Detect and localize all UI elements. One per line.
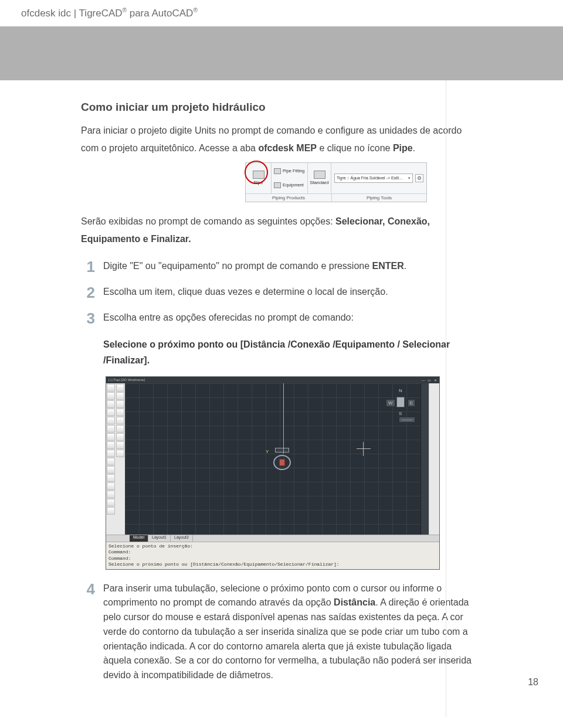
compass-center-icon [396,397,405,407]
tool-icon[interactable] [107,433,115,441]
ribbon-fitting-equipment: Pipe Fitting Equipment [272,163,308,193]
step-1: 1 Digite "E" ou "equipamento" no prompt … [81,259,474,274]
after-ribbon-paragraph: Serão exibidas no prompt de comando as s… [81,213,474,249]
tool-icon[interactable] [107,482,115,490]
tool-icon[interactable] [116,450,124,457]
cmd-prompt-line: Selecione o próximo ponto ou [Distância/… [108,562,437,567]
ribbon-screenshot: Pipe Pipe Fitting Equipment Standard Tig… [245,162,427,202]
axis-y-label: Y [266,449,269,454]
ribbon-group-label-tools: Piping Tools [332,194,426,202]
cmd-history-line: Selecione o ponto de inserção: [108,543,437,549]
step-3: 3 Escolha entre as opções oferecidas no … [81,311,474,326]
section-title: Como iniciar um projeto hidráulico [81,101,534,114]
pipe-fitting-icon [274,168,281,174]
command-line[interactable]: Selecione o ponto de inserção: Command: … [106,542,439,569]
maximize-icon[interactable]: ▭ [428,379,431,382]
view-cube[interactable]: N S W E [386,388,415,416]
red-highlight-circle-icon [245,161,268,184]
left-toolbar-2 [116,383,125,535]
tab-layout1[interactable]: Layout1 [148,535,171,542]
prompt-options-bold: Selecione o próximo ponto ou [Distância … [103,336,490,368]
pipe-system-dropdown[interactable]: Tigre :: Água Fria Soldável -> Estil… [334,174,413,183]
step-4: 4 Para inserir uma tubulação, selecione … [81,581,474,683]
tool-icon[interactable] [107,441,115,449]
fixture-body-icon [275,448,289,453]
step-text: Digite "E" ou "equipamento" no prompt de… [103,259,474,274]
tab-model[interactable]: Model [130,535,148,542]
page-number: 18 [528,677,538,688]
autocad-screenshot: [-] [Top] [2D Wireframe] — ▭ ✕ Y [106,376,440,570]
tool-icon[interactable] [116,417,124,424]
compass-label: ——— [399,417,415,422]
close-icon[interactable]: ✕ [434,379,437,382]
step-number: 3 [81,311,95,326]
tool-icon[interactable] [107,450,115,457]
compass-n: N [399,388,402,393]
tool-icon[interactable] [107,409,115,416]
tool-icon[interactable] [116,384,124,392]
step-number: 2 [81,285,95,300]
ribbon-pipe-fitting-button[interactable]: Pipe Fitting [274,168,305,174]
tool-icon[interactable] [107,499,115,506]
compass-e: E [408,400,415,406]
step-number: 1 [81,259,95,274]
steps-list-cont: 4 Para inserir uma tubulação, selecione … [81,581,534,683]
fixture-valve-icon [279,459,285,466]
ribbon-standard-button[interactable]: Standard [308,163,331,193]
viewport-titlebar: [-] [Top] [2D Wireframe] — ▭ ✕ [106,377,439,383]
layout-tabs: Model Layout1 Layout2 [106,535,439,542]
standard-icon [314,171,325,179]
compass-s: S [399,411,402,416]
header-strip: ofcdesk idc | TigreCAD® para AutoCAD® [0,0,563,26]
page-body: Como iniciar um projeto hidráulico Para … [0,80,563,717]
steps-list: 1 Digite "E" ou "equipamento" no prompt … [81,259,534,326]
left-toolbar-1 [106,383,116,535]
minimize-icon[interactable]: — [422,379,425,382]
tool-icon[interactable] [107,425,115,433]
header-brand: ofcdesk idc | TigreCAD® para AutoCAD® [21,7,198,19]
ribbon-group-label-products: Piping Products [246,194,332,202]
right-toolbar [429,383,439,535]
step-text: Escolha um item, clique duas vezes e det… [103,285,474,300]
tool-icon[interactable] [116,409,124,416]
tab-layout2[interactable]: Layout2 [171,535,193,542]
tool-icon[interactable] [107,474,115,482]
gear-icon[interactable]: ⚙ [415,174,423,182]
tool-icon[interactable] [107,458,115,465]
step-text: Para inserir uma tubulação, selecione o … [103,581,474,683]
tool-icon[interactable] [107,507,115,515]
step-2: 2 Escolha um item, clique duas vezes e d… [81,285,474,300]
compass-w: W [386,400,395,406]
ribbon-equipment-button[interactable]: Equipment [274,182,304,188]
tool-icon[interactable] [107,400,115,408]
tool-icon[interactable] [116,400,124,408]
pipe-preview-line [283,383,284,454]
tool-icon[interactable] [107,392,115,400]
header-bar: ofcdesk idc | TigreCAD® para AutoCAD® [0,0,563,80]
tool-icon[interactable] [107,417,115,424]
cmd-history-line: Command: [108,549,437,555]
cmd-history-line: Command: [108,556,437,562]
tool-icon[interactable] [116,392,124,400]
intro-paragraph: Para iniciar o projeto digite Units no p… [81,122,474,158]
ribbon-tools-group: Tigre :: Água Fria Soldável -> Estil… ⚙ [331,163,426,193]
drawing-canvas[interactable]: Y N S W E ——— [125,383,420,535]
tool-icon[interactable] [107,466,115,474]
step-text: Escolha entre as opções oferecidas no pr… [103,311,474,326]
tool-icon[interactable] [116,433,124,441]
tool-icon[interactable] [116,425,124,433]
window-controls: — ▭ ✕ [420,378,437,382]
cursor-crosshair-icon [357,442,371,456]
tool-icon[interactable] [107,491,115,498]
step-number: 4 [81,581,95,683]
tool-icon[interactable] [116,441,124,449]
tool-icon[interactable] [107,384,115,392]
viewport-label: [-] [Top] [2D Wireframe] [108,378,145,382]
equipment-icon [274,182,281,188]
canvas-scrollbar[interactable] [420,383,429,535]
ribbon-pipe-button[interactable]: Pipe [246,163,272,193]
